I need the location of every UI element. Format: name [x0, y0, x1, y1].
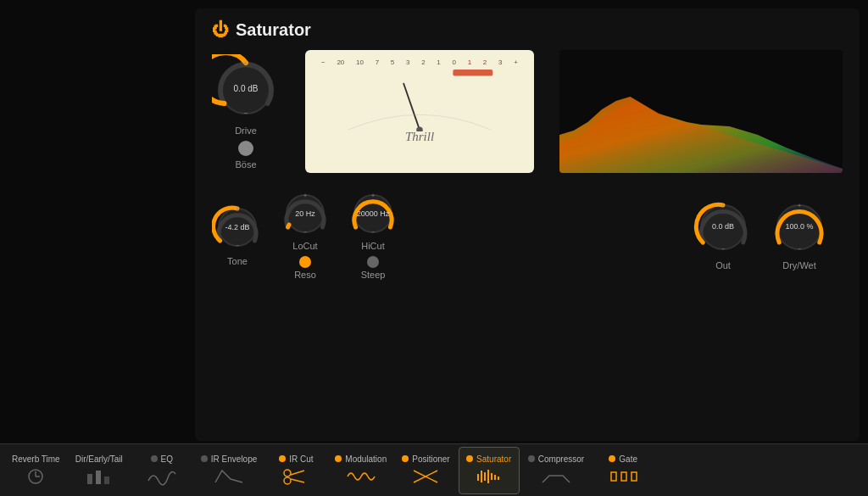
eq-label: EQ — [161, 454, 173, 464]
toolbar-item-dir-early-tail[interactable]: Dir/Early/Tail — [69, 447, 130, 494]
steep-dot[interactable] — [367, 256, 379, 268]
svg-rect-33 — [632, 472, 637, 481]
vu-scale-10: 10 — [356, 59, 364, 66]
drive-knob[interactable]: + 0.0 dB − — [212, 54, 280, 122]
hicut-knob[interactable]: + 20000 Hz − — [348, 188, 398, 239]
reverb-time-label: Reverb Time — [12, 454, 60, 464]
positioner-icon — [410, 466, 441, 487]
svg-point-18 — [284, 470, 291, 476]
vu-scale-plus: + — [514, 59, 518, 66]
vu-scale-5: 5 — [391, 59, 394, 66]
dir-early-tail-label: Dir/Early/Tail — [75, 454, 123, 464]
toolbar-item-compressor[interactable]: Compressor — [521, 447, 591, 494]
compressor-dot — [528, 455, 535, 462]
drywet-knob[interactable]: + 100.0 % − — [770, 198, 829, 257]
bose-dot[interactable] — [238, 141, 253, 156]
tone-minus: − — [236, 242, 239, 248]
vu-scale-minus: − — [321, 59, 326, 66]
saturator-label: Saturator — [476, 454, 511, 464]
ir-cut-dot — [279, 455, 286, 462]
ir-cut-icon — [281, 466, 311, 487]
hicut-plus: + — [371, 192, 375, 198]
vu-scale-3: 3 — [406, 59, 409, 66]
svg-rect-24 — [477, 474, 479, 481]
plugin-name: Saturator — [236, 20, 311, 40]
compressor-label: Compressor — [538, 454, 584, 464]
vu-scale-2: 2 — [421, 59, 425, 66]
toolbar-item-saturator[interactable]: Saturator — [459, 447, 520, 494]
drywet-label: Dry/Wet — [782, 260, 816, 270]
modulation-icon — [346, 466, 376, 487]
svg-rect-17 — [104, 476, 109, 484]
drywet-plus: + — [798, 203, 801, 209]
vu-scale-r3: 3 — [498, 59, 502, 66]
out-plus: + — [721, 203, 725, 209]
gate-dot — [609, 455, 615, 462]
plugin-area: ⏻ Saturator + 0.0 dB − Drive Böse — [195, 8, 860, 441]
positioner-dot — [402, 455, 409, 462]
drive-minus-label: − — [243, 109, 248, 117]
svg-rect-30 — [498, 476, 499, 480]
ir-envelope-icon — [214, 466, 244, 487]
svg-line-3 — [403, 84, 420, 130]
svg-rect-29 — [494, 475, 496, 480]
vu-scale-0: 0 — [453, 59, 456, 66]
svg-rect-15 — [87, 474, 92, 484]
eq-dot — [151, 455, 158, 462]
tone-label: Tone — [227, 256, 248, 266]
svg-rect-26 — [484, 472, 486, 481]
plugin-title-bar: ⏻ Saturator — [195, 8, 860, 47]
toolbar-item-modulation[interactable]: Modulation — [328, 447, 393, 494]
svg-rect-16 — [96, 471, 101, 484]
locut-minus: − — [303, 229, 307, 235]
controls-row2: + -4.2 dB − Tone + 20 Hz − LoCut Res — [195, 180, 860, 280]
hicut-label: HiCut — [361, 241, 385, 251]
vu-arc-svg — [318, 68, 521, 131]
spectrum-svg — [559, 50, 843, 173]
tone-knob[interactable]: + -4.2 dB − — [212, 202, 263, 253]
hicut-minus: − — [371, 229, 375, 235]
toolbar-item-eq[interactable]: EQ — [131, 447, 192, 494]
tone-plus: + — [236, 206, 239, 212]
svg-rect-2 — [453, 70, 492, 76]
saturator-icon — [474, 466, 504, 487]
ir-cut-label: IR Cut — [289, 454, 313, 464]
toolbar-item-reverb-time[interactable]: Reverb Time — [5, 447, 67, 494]
vu-scale-1: 1 — [437, 59, 440, 66]
compressor-icon — [541, 466, 571, 487]
locut-label: LoCut — [292, 241, 317, 251]
locut-plus: + — [303, 192, 307, 198]
toolbar-item-ir-envelope[interactable]: IR Envelope — [194, 447, 264, 494]
power-icon[interactable]: ⏻ — [212, 20, 229, 40]
svg-rect-28 — [491, 473, 492, 480]
drywet-minus: − — [798, 246, 801, 252]
gate-label: Gate — [619, 454, 637, 464]
toolbar-item-gate[interactable]: Gate — [593, 447, 654, 494]
toolbar-item-ir-cut[interactable]: IR Cut — [265, 447, 326, 494]
modulation-label: Modulation — [345, 454, 387, 464]
bose-label: Böse — [235, 159, 256, 170]
vu-scale-7: 7 — [376, 59, 379, 66]
reverb-time-icon — [20, 466, 51, 487]
svg-point-19 — [284, 477, 291, 484]
tone-knob-container: + -4.2 dB − Tone — [212, 202, 263, 266]
reso-dot[interactable] — [299, 256, 311, 268]
svg-rect-25 — [481, 471, 482, 482]
locut-knob[interactable]: + 20 Hz − — [280, 188, 331, 239]
svg-line-20 — [291, 471, 304, 475]
locut-group: + 20 Hz − LoCut Reso — [280, 188, 331, 280]
positioner-label: Positioner — [412, 454, 449, 464]
vu-label: Thrill — [318, 130, 521, 144]
spectrum-display — [559, 50, 843, 173]
drive-knob-container: + 0.0 dB − Drive Böse — [212, 54, 280, 170]
bottom-toolbar: Reverb Time Dir/Early/Tail EQ — [0, 443, 868, 496]
dir-early-tail-icon — [84, 466, 114, 487]
out-knob[interactable]: + 0.0 dB − — [693, 198, 753, 257]
out-knob-group: + 0.0 dB − Out — [693, 198, 753, 270]
out-label: Out — [715, 260, 731, 270]
toolbar-item-positioner[interactable]: Positioner — [395, 447, 456, 494]
reso-label: Reso — [294, 270, 316, 280]
drive-plus-label: + — [243, 59, 248, 68]
vu-scale-20: 20 — [337, 59, 344, 66]
vu-scale-r1: 1 — [468, 59, 471, 66]
